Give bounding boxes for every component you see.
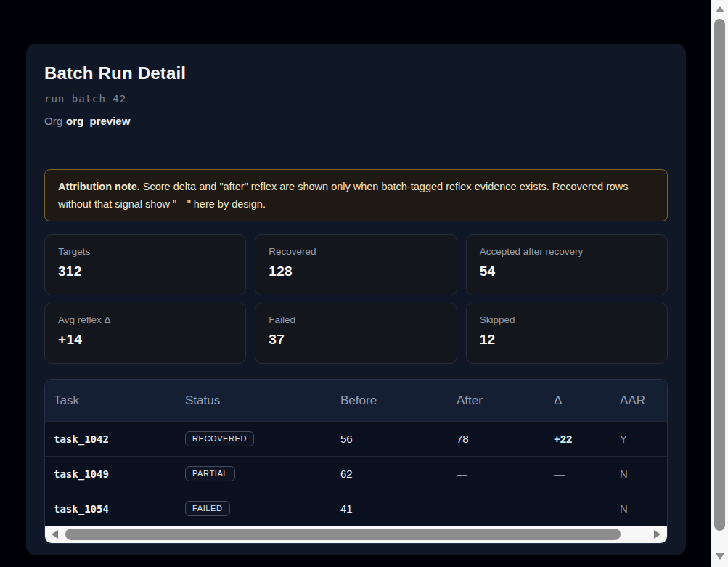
stat-card-failed: Failed 37 <box>255 303 457 364</box>
attribution-note-body: Score delta and "after" reflex are shown… <box>58 181 629 210</box>
tasks-table: Task Status Before After Δ AAR task_1042… <box>44 379 668 544</box>
task-id-cell: task_1049 <box>45 457 176 491</box>
status-cell: FAILED <box>176 491 332 526</box>
table-row: task_1054 FAILED 41 — — N <box>45 491 667 526</box>
task-id-cell: task_1042 <box>45 422 176 456</box>
scroll-right-arrow-icon[interactable] <box>654 530 660 539</box>
before-cell: 62 <box>332 457 448 491</box>
stats-grid: Targets 312 Recovered 128 Accepted after… <box>44 234 668 364</box>
org-value: org_preview <box>66 115 130 127</box>
aar-cell: N <box>611 491 667 526</box>
vertical-scrollbar[interactable] <box>711 0 728 567</box>
before-cell: 41 <box>332 491 448 526</box>
batch-run-card: Batch Run Detail run_batch_42 Orgorg_pre… <box>26 44 686 555</box>
column-header-status: Status <box>176 380 332 421</box>
status-badge: PARTIAL <box>185 466 235 481</box>
stat-label: Failed <box>269 314 443 325</box>
stat-card-recovered: Recovered 128 <box>255 234 457 295</box>
delta-cell: +22 <box>545 422 611 456</box>
stat-label: Targets <box>58 246 232 257</box>
run-id: run_batch_42 <box>44 93 668 105</box>
org-label: Org <box>44 115 62 127</box>
horizontal-scrollbar-thumb[interactable] <box>65 529 621 540</box>
attribution-note-title: Attribution note. <box>58 181 140 192</box>
page-title: Batch Run Detail <box>44 63 668 83</box>
org-line: Orgorg_preview <box>44 115 668 127</box>
stat-value: +14 <box>58 332 232 348</box>
page-background: Batch Run Detail run_batch_42 Orgorg_pre… <box>0 0 728 567</box>
stat-label: Accepted after recovery <box>480 246 654 257</box>
after-cell: — <box>448 457 545 491</box>
stat-value: 128 <box>269 264 443 280</box>
status-badge: FAILED <box>185 501 230 516</box>
stat-value: 37 <box>269 332 443 348</box>
before-cell: 56 <box>332 422 448 456</box>
scroll-left-arrow-icon[interactable] <box>52 530 58 539</box>
stat-card-avg-reflex-delta: Avg reflex Δ +14 <box>44 303 246 364</box>
attribution-note: Attribution note. Score delta and "after… <box>44 169 668 221</box>
delta-cell: — <box>545 457 611 491</box>
stat-card-targets: Targets 312 <box>44 234 246 295</box>
column-header-delta: Δ <box>545 380 611 421</box>
stat-value: 12 <box>480 332 654 348</box>
aar-cell: N <box>611 457 667 491</box>
stat-value: 312 <box>58 264 232 280</box>
horizontal-scrollbar[interactable] <box>45 526 667 543</box>
card-header: Batch Run Detail run_batch_42 Orgorg_pre… <box>26 44 686 150</box>
aar-cell: Y <box>611 422 667 456</box>
task-id-cell: task_1054 <box>45 491 176 526</box>
stat-card-skipped: Skipped 12 <box>466 303 668 364</box>
table-row: task_1042 RECOVERED 56 78 +22 Y <box>45 421 667 456</box>
scroll-down-arrow-icon[interactable] <box>716 553 724 560</box>
after-cell: 78 <box>448 422 545 456</box>
stat-label: Skipped <box>480 314 654 325</box>
status-badge: RECOVERED <box>185 431 254 446</box>
after-cell: — <box>448 491 545 526</box>
vertical-scrollbar-thumb[interactable] <box>714 19 725 531</box>
column-header-before: Before <box>332 380 448 421</box>
delta-cell: — <box>545 491 611 526</box>
card-body: Attribution note. Score delta and "after… <box>26 150 686 544</box>
stat-value: 54 <box>480 264 654 280</box>
stat-label: Avg reflex Δ <box>58 314 232 325</box>
status-cell: PARTIAL <box>176 457 332 491</box>
table-row: task_1049 PARTIAL 62 — — N <box>45 456 667 491</box>
stat-label: Recovered <box>269 246 443 257</box>
column-header-task: Task <box>45 380 176 421</box>
table-header-row: Task Status Before After Δ AAR <box>45 380 667 421</box>
column-header-after: After <box>448 380 545 421</box>
scroll-up-arrow-icon[interactable] <box>716 6 724 12</box>
column-header-aar: AAR <box>611 380 667 421</box>
stat-card-accepted-after-recovery: Accepted after recovery 54 <box>466 234 668 295</box>
status-cell: RECOVERED <box>176 422 332 456</box>
